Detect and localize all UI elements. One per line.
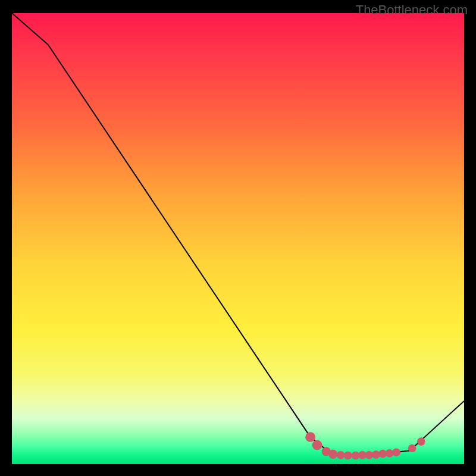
chart-markers (305, 432, 425, 459)
chart-marker (417, 437, 425, 446)
chart-marker (328, 450, 337, 459)
chart-marker (392, 448, 400, 456)
chart-marker (312, 440, 322, 450)
chart-plot-area (12, 13, 464, 464)
chart-line (12, 13, 464, 455)
chart-marker (337, 451, 345, 459)
chart-marker (305, 432, 315, 442)
chart-marker (344, 452, 352, 460)
chart-svg (12, 13, 464, 464)
chart-marker (408, 444, 416, 453)
watermark-text: TheBottleneck.com (356, 2, 468, 18)
